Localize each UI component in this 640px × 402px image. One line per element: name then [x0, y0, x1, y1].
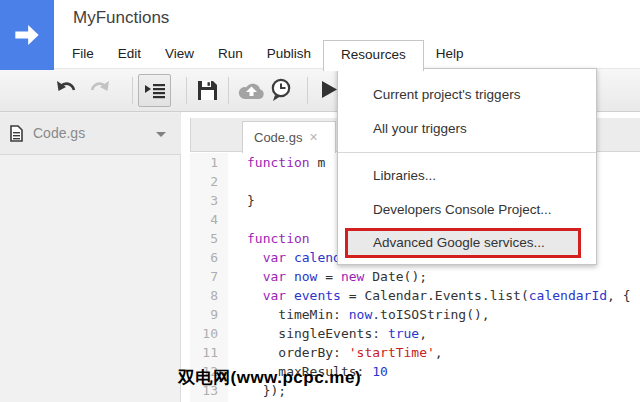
- apps-script-logo: [0, 0, 54, 70]
- indent-icon: [144, 81, 166, 101]
- menubar: FileEditViewRunPublishResourcesHelp: [60, 40, 475, 70]
- cloud-upload-icon: [238, 81, 265, 100]
- code-text: timeMin: now.toISOString(),: [228, 305, 490, 324]
- code-line: 8 var events = Calendar.Events.list(cale…: [190, 286, 640, 305]
- menu-item-label: All your triggers: [373, 121, 467, 136]
- line-number: 6: [190, 248, 228, 267]
- sidebar-splitter[interactable]: [182, 112, 190, 402]
- menubar-item-edit[interactable]: Edit: [106, 40, 153, 68]
- sidebar-file-code-gs[interactable]: Code.gs: [0, 113, 181, 155]
- tab-code-gs[interactable]: Code.gs×: [242, 121, 336, 153]
- watermark-text: 双电网(www.pcpc.me): [178, 366, 361, 389]
- line-number: 2: [190, 172, 228, 191]
- run-button[interactable]: [321, 80, 338, 103]
- code-text: orderBy: 'startTime',: [228, 343, 443, 362]
- line-number: 4: [190, 210, 228, 229]
- code-text: [228, 172, 247, 191]
- code-text: singleEvents: true,: [228, 324, 427, 343]
- code-text: [228, 210, 247, 229]
- menubar-item-file[interactable]: File: [60, 40, 106, 68]
- menu-item-advanced-google-services[interactable]: Advanced Google services...: [338, 227, 596, 259]
- line-number: 8: [190, 286, 228, 305]
- menu-item-label: Developers Console Project...: [373, 202, 552, 217]
- header: MyFunctions FileEditViewRunPublishResour…: [0, 0, 640, 68]
- file-name-label: Code.gs: [33, 125, 85, 141]
- indent-toggle-button[interactable]: [138, 74, 171, 107]
- file-doc-icon: [10, 125, 23, 146]
- toolbar-separator: [228, 77, 229, 104]
- undo-button[interactable]: [55, 79, 78, 101]
- code-text: function m: [228, 153, 325, 172]
- menubar-item-run[interactable]: Run: [206, 40, 255, 68]
- menu-item-label: Advanced Google services...: [373, 235, 545, 250]
- code-text: function: [228, 229, 317, 248]
- tab-close-icon[interactable]: ×: [309, 129, 317, 145]
- code-line: 7 var now = new Date();: [190, 267, 640, 286]
- redo-button[interactable]: [88, 79, 111, 101]
- redo-icon: [88, 79, 111, 97]
- toolbar-separator: [186, 77, 187, 104]
- play-icon: [321, 80, 338, 99]
- clock-bubble-icon: [269, 78, 294, 104]
- line-number: 1: [190, 153, 228, 172]
- code-text: var events = Calendar.Events.list(calend…: [228, 286, 631, 305]
- save-button[interactable]: [197, 80, 218, 105]
- toolbar-separator: [307, 77, 308, 104]
- line-number: 5: [190, 229, 228, 248]
- deploy-button[interactable]: [238, 81, 265, 104]
- right-arrow-icon: [13, 21, 41, 49]
- menu-item-all-your-triggers[interactable]: All your triggers: [338, 112, 596, 146]
- resources-menu: Current project's triggersAll your trigg…: [337, 68, 597, 265]
- code-line: 9 timeMin: now.toISOString(),: [190, 305, 640, 324]
- menubar-item-publish[interactable]: Publish: [255, 40, 323, 68]
- code-text: var now = new Date();: [228, 267, 427, 286]
- code-line: 10 singleEvents: true,: [190, 324, 640, 343]
- line-number: 7: [190, 267, 228, 286]
- line-number: 3: [190, 191, 228, 210]
- line-number: 10: [190, 324, 228, 343]
- toolbar-separator: [132, 77, 133, 104]
- project-title: MyFunctions: [73, 8, 169, 28]
- files-sidebar: Code.gs: [0, 112, 181, 402]
- save-icon: [197, 80, 218, 101]
- menu-item-label: Current project's triggers: [373, 87, 520, 102]
- menubar-item-help[interactable]: Help: [424, 40, 476, 68]
- file-menu-caret-icon[interactable]: [156, 132, 166, 137]
- line-number: 9: [190, 305, 228, 324]
- triggers-button[interactable]: [269, 78, 294, 108]
- menu-divider: [338, 152, 596, 153]
- menubar-item-resources[interactable]: Resources: [323, 40, 424, 71]
- menu-item-label: Libraries...: [373, 168, 436, 183]
- menu-item-libraries[interactable]: Libraries...: [338, 159, 596, 193]
- apps-script-editor-window: MyFunctions FileEditViewRunPublishResour…: [0, 0, 640, 402]
- line-number: 11: [190, 343, 228, 362]
- menubar-item-view[interactable]: View: [153, 40, 206, 68]
- menu-item-current-project-s-triggers[interactable]: Current project's triggers: [338, 78, 596, 112]
- code-text: }: [228, 191, 255, 210]
- code-line: 11 orderBy: 'startTime',: [190, 343, 640, 362]
- menu-item-developers-console-project[interactable]: Developers Console Project...: [338, 193, 596, 227]
- undo-icon: [55, 79, 78, 97]
- tab-label: Code.gs: [254, 130, 302, 145]
